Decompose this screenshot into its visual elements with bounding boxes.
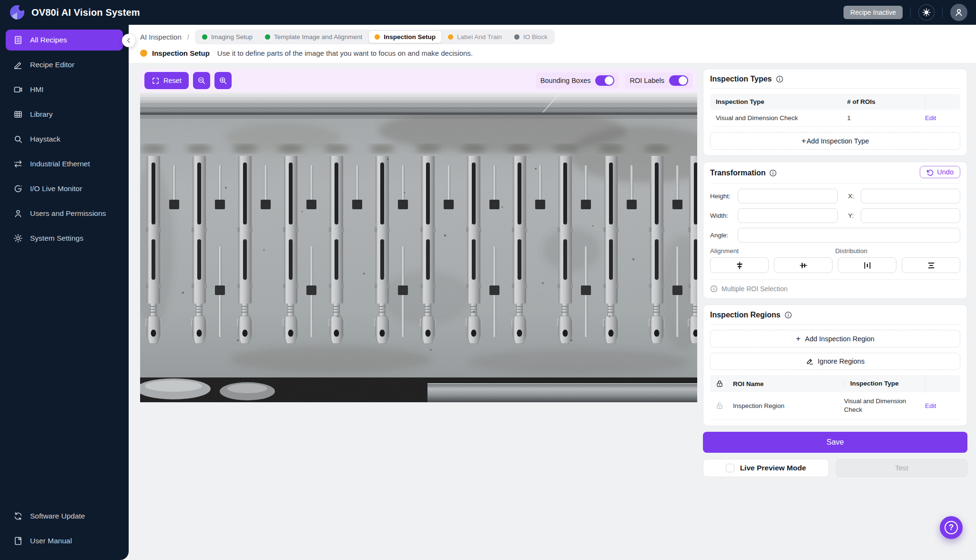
step-active-dot <box>375 34 380 40</box>
height-label: Height: <box>710 193 738 200</box>
right-panel: Inspection Types Inspection Type # of RO… <box>703 69 967 477</box>
align-vertical-center-button[interactable] <box>774 257 833 273</box>
alignment-label: Alignment <box>710 247 835 255</box>
regions-table-header: ROI Name Inspection Type <box>710 375 960 392</box>
info-icon[interactable] <box>784 311 792 319</box>
info-icon[interactable] <box>776 75 783 83</box>
step-inspection-setup[interactable]: Inspection Setup <box>369 31 441 43</box>
sidebar-item-industrial-ethernet[interactable]: Industrial Ethernet <box>6 153 123 174</box>
sidebar-item-haystack[interactable]: Haystack <box>6 129 123 150</box>
y-label: Y: <box>848 212 861 219</box>
book-icon <box>13 536 23 546</box>
edit-region-link[interactable]: Edit <box>925 402 955 409</box>
roi-labels-toggle[interactable] <box>669 75 688 86</box>
breadcrumb-root[interactable]: AI Inspection <box>140 33 182 41</box>
save-button[interactable]: Save <box>703 432 967 453</box>
reset-view-button[interactable]: Reset <box>144 72 189 89</box>
roi-inspection-type: Visual and Dimension Check <box>844 397 925 414</box>
align-horizontal-center-button[interactable] <box>710 257 769 273</box>
step-io-block[interactable]: IO Block <box>508 31 553 43</box>
sidebar-item-label: User Manual <box>30 537 72 545</box>
step-label-and-train[interactable]: Label And Train <box>442 31 508 43</box>
bounding-boxes-toggle[interactable] <box>595 75 614 86</box>
info-icon[interactable] <box>769 169 777 177</box>
roi-labels-toggle-group: ROI Labels <box>625 72 693 89</box>
grid-icon <box>13 110 23 119</box>
sidebar-item-software-update[interactable]: Software Update <box>6 506 123 527</box>
step-imaging-setup[interactable]: Imaging Setup <box>196 31 258 43</box>
sidebar-item-label: System Settings <box>30 234 83 243</box>
align-horizontal-center-icon <box>735 261 744 270</box>
height-input[interactable] <box>738 189 838 204</box>
wizard-steps: Imaging Setup Template Image and Alignme… <box>195 30 555 44</box>
top-bar: OV80i AI Vision System Recipe Inactive <box>0 0 976 25</box>
topbar-divider <box>910 7 911 18</box>
distribute-horizontal-icon <box>863 261 872 270</box>
sidebar-collapse-button[interactable] <box>122 34 135 47</box>
col-inspection-type: Inspection Type <box>844 379 925 388</box>
zoom-in-button[interactable] <box>214 72 232 89</box>
sidebar-item-library[interactable]: Library <box>6 104 123 125</box>
undo-icon <box>926 169 934 176</box>
align-vertical-center-icon <box>799 261 808 270</box>
page-description: Use it to define parts of the image that… <box>217 49 473 57</box>
undo-button[interactable]: Undo <box>920 166 960 178</box>
step-template-image-alignment[interactable]: Template Image and Alignment <box>259 31 368 43</box>
marker-pen-icon <box>806 357 813 365</box>
sidebar-item-label: HMI <box>30 85 43 94</box>
test-button[interactable]: Test <box>836 459 967 477</box>
sidebar-item-all-recipes[interactable]: All Recipes <box>6 30 123 51</box>
topbar-divider <box>942 7 943 18</box>
page-title: Inspection Setup <box>152 49 210 57</box>
step-label: Template Image and Alignment <box>274 33 362 41</box>
width-label: Width: <box>710 212 738 219</box>
x-input[interactable] <box>861 189 961 204</box>
ignore-regions-button[interactable]: Ignore Regions <box>710 353 960 370</box>
angle-input[interactable] <box>738 228 960 243</box>
regions-table-row: Inspection Region Visual and Dimension C… <box>710 392 960 419</box>
step-done-dot <box>265 34 270 40</box>
edit-inspection-type-link[interactable]: Edit <box>925 114 955 122</box>
y-input[interactable] <box>861 208 961 223</box>
sidebar-item-system-settings[interactable]: System Settings <box>6 228 123 249</box>
sidebar-item-recipe-editor[interactable]: Recipe Editor <box>6 54 123 75</box>
inspection-type-name: Visual and Dimension Check <box>716 114 847 122</box>
main-content: AI Inspection / Imaging Setup Template I… <box>129 25 976 560</box>
breadcrumb: AI Inspection / Imaging Setup Template I… <box>129 25 976 47</box>
theme-toggle-button[interactable] <box>918 4 935 20</box>
inspection-types-title: Inspection Types <box>710 75 772 83</box>
user-avatar[interactable] <box>950 4 967 21</box>
person-icon <box>954 8 964 17</box>
live-preview-checkbox[interactable] <box>726 464 734 472</box>
sidebar-item-user-manual[interactable]: User Manual <box>6 530 123 551</box>
transformation-card: Transformation Undo <box>703 162 967 299</box>
help-button[interactable]: ? <box>940 516 963 539</box>
breadcrumb-separator: / <box>187 33 189 41</box>
add-inspection-region-button[interactable]: +Add Inspection Region <box>710 330 960 347</box>
col-num-rois: # of ROIs <box>847 98 925 105</box>
roi-name: Inspection Region <box>733 402 844 409</box>
sidebar-item-label: Recipe Editor <box>30 61 74 69</box>
sidebar-item-io-live-monitor[interactable]: I/O Live Monitor <box>6 178 123 199</box>
refresh-icon <box>13 511 23 521</box>
hmi-display-icon <box>13 85 23 94</box>
unlock-icon[interactable] <box>716 402 733 409</box>
live-preview-mode-group: Live Preview Mode <box>703 459 829 477</box>
transformation-title: Transformation <box>710 169 765 177</box>
step-pending-dot <box>514 34 519 40</box>
width-input[interactable] <box>738 208 838 223</box>
swap-arrows-icon <box>13 159 23 169</box>
sidebar-item-label: Industrial Ethernet <box>30 160 90 168</box>
plus-icon: + <box>796 335 801 343</box>
inspection-image[interactable] <box>140 92 697 402</box>
distribute-vertical-button[interactable] <box>902 257 960 273</box>
distribute-horizontal-button[interactable] <box>838 257 896 273</box>
zoom-out-button[interactable] <box>193 72 210 89</box>
viewport-toolbar: Reset <box>140 69 697 92</box>
sidebar-item-users-permissions[interactable]: Users and Permissions <box>6 203 123 224</box>
add-inspection-type-button[interactable]: +Add Inspection Type <box>710 132 960 150</box>
inspection-regions-card: Inspection Regions +Add Inspection Regio… <box>703 305 967 426</box>
sidebar-item-hmi[interactable]: HMI <box>6 79 123 100</box>
distribution-label: Distribution <box>835 247 961 255</box>
question-mark-icon: ? <box>945 521 958 534</box>
